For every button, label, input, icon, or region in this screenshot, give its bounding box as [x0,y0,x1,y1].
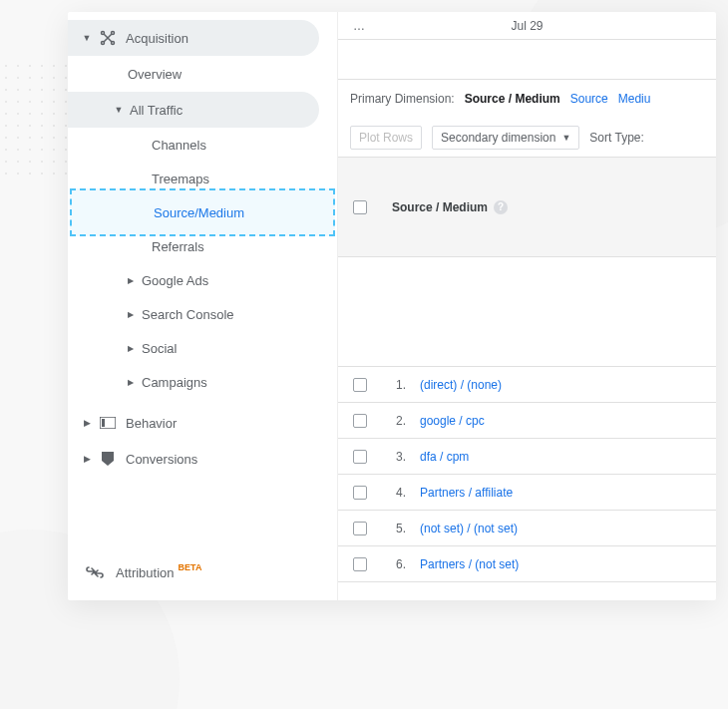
svg-rect-5 [102,419,105,427]
primary-dimension-label: Primary Dimension: [350,92,455,106]
caret-down-icon: ▼ [561,133,570,143]
table-row: 1.(direct) / (none) [338,367,716,403]
sidebar-item-label: Source/Medium [154,205,244,220]
row-checkbox[interactable] [353,522,367,535]
sidebar-item-label: Search Console [142,307,234,322]
table-body: 1.(direct) / (none)2.google / cpc3.dfa /… [338,367,716,582]
caret-right-icon: ▶ [128,310,142,319]
caret-right-icon: ▶ [128,378,142,387]
sidebar-item-label: Google Ads [142,273,208,288]
row-number: 2. [382,414,406,428]
main-content: … Jul 29 Primary Dimension: Source / Med… [337,12,716,600]
sidebar-item-label: All Traffic [130,103,182,118]
sidebar-item-label: Treemaps [152,172,209,186]
sidebar-item-channels[interactable]: Channels [68,128,337,162]
row-number: 6. [382,557,406,571]
summary-spacer [338,257,716,367]
sidebar-item-label: Behavior [126,416,177,431]
row-number: 1. [382,378,406,392]
caret-right-icon: ▶ [128,344,142,353]
sidebar-item-attribution[interactable]: Attribution BETA [68,552,337,592]
behavior-icon [98,417,118,429]
row-value-link[interactable]: (not set) / (not set) [406,522,518,535]
secondary-dimension-dropdown[interactable]: Secondary dimension ▼ [432,126,579,150]
sidebar-item-label: Overview [128,67,182,82]
controls-row: Plot Rows Secondary dimension ▼ Sort Typ… [338,118,716,158]
row-checkbox[interactable] [353,450,367,464]
sidebar-item-social[interactable]: ▶ Social [68,331,337,365]
sidebar-item-all-traffic[interactable]: ▼ All Traffic [68,92,319,128]
table-row: 5.(not set) / (not set) [338,511,716,546]
primary-dimension-row: Primary Dimension: Source / Medium Sourc… [338,80,716,118]
row-value-link[interactable]: (direct) / (none) [406,378,502,392]
row-checkbox[interactable] [353,414,367,428]
date-ellipsis: … [353,19,365,33]
sidebar-item-label: Attribution [116,565,175,580]
sidebar-item-label: Social [142,341,177,356]
help-icon[interactable]: ? [494,200,508,214]
app-panel: ▼ Acquisition Overview ▼ All Traffic Cha… [68,12,716,600]
sidebar-item-behavior[interactable]: ▶ Behavior [68,405,337,441]
row-number: 5. [382,522,406,535]
row-checkbox[interactable] [353,378,367,392]
sidebar-item-label: Campaigns [142,375,207,390]
row-number: 3. [382,450,406,464]
row-checkbox[interactable] [353,557,367,571]
caret-right-icon: ▶ [82,454,92,464]
caret-down-icon: ▼ [114,105,124,115]
row-value-link[interactable]: google / cpc [406,414,485,428]
column-header-label[interactable]: Source / Medium [392,200,488,214]
table-header: Source / Medium ? [338,158,716,257]
table-row: 2.google / cpc [338,403,716,439]
table-row: 6.Partners / (not set) [338,546,716,582]
primary-dimension-link-medium[interactable]: Mediu [618,92,651,106]
sidebar-item-conversions[interactable]: ▶ Conversions [68,441,337,477]
attribution-icon [86,565,106,579]
table-row: 4.Partners / affiliate [338,475,716,511]
chart-placeholder [338,40,716,80]
sidebar-item-source-medium[interactable]: Source/Medium [68,195,337,229]
sidebar-item-label: Channels [152,138,206,153]
primary-dimension-active[interactable]: Source / Medium [465,92,560,106]
caret-right-icon: ▶ [82,418,92,428]
sidebar-item-search-console[interactable]: ▶ Search Console [68,297,337,331]
sidebar-item-google-ads[interactable]: ▶ Google Ads [68,263,337,297]
beta-badge: BETA [179,562,202,572]
plot-rows-button[interactable]: Plot Rows [350,126,422,150]
sort-type-label: Sort Type: [589,131,643,145]
sidebar-item-acquisition[interactable]: ▼ Acquisition [68,20,319,56]
sidebar-item-treemaps[interactable]: Treemaps [68,162,337,195]
sidebar-item-campaigns[interactable]: ▶ Campaigns [68,365,337,399]
table-row: 3.dfa / cpm [338,439,716,475]
sidebar-item-referrals[interactable]: Referrals [68,229,337,263]
caret-down-icon: ▼ [82,33,92,43]
sidebar-item-label: Referrals [152,239,204,254]
caret-right-icon: ▶ [128,276,142,285]
select-all-checkbox[interactable] [353,200,367,214]
sidebar-item-overview[interactable]: Overview [68,56,337,92]
sidebar-item-label: Conversions [126,452,197,467]
date-bar: … Jul 29 [338,12,716,40]
sidebar: ▼ Acquisition Overview ▼ All Traffic Cha… [68,12,337,600]
date-label: Jul 29 [511,19,543,33]
dropdown-label: Secondary dimension [441,131,555,145]
row-number: 4. [382,486,406,500]
sidebar-item-label: Acquisition [126,31,188,46]
row-value-link[interactable]: dfa / cpm [406,450,469,464]
primary-dimension-link-source[interactable]: Source [570,92,608,106]
row-checkbox[interactable] [353,486,367,500]
row-value-link[interactable]: Partners / (not set) [406,557,519,571]
row-value-link[interactable]: Partners / affiliate [406,486,513,500]
conversions-icon [98,451,118,467]
acquisition-icon [98,30,118,46]
